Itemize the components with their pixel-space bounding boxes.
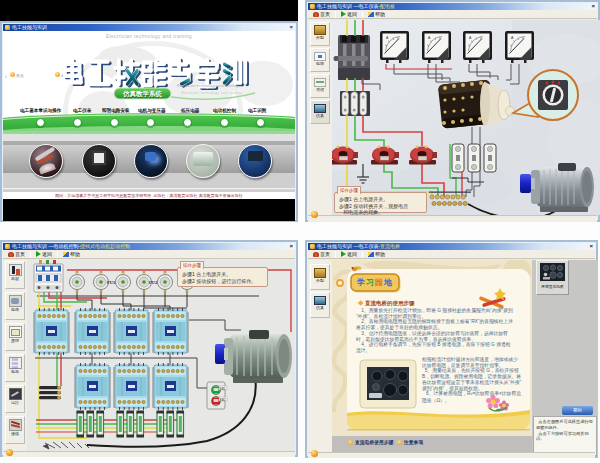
svg-text:FU1: FU1 [107,280,116,285]
svg-text:SB2: SB2 [220,398,226,402]
svg-text:SB1: SB1 [220,387,226,391]
svg-text:FU2: FU2 [149,280,158,285]
